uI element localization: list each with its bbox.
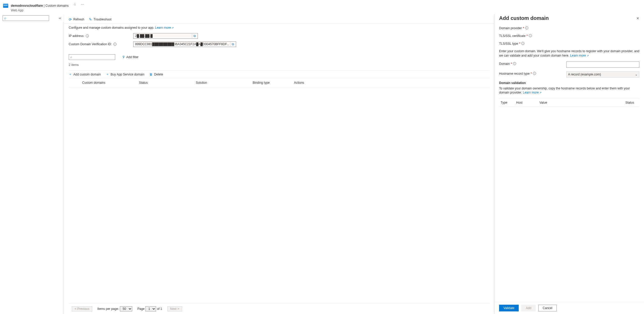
webapp-icon <box>3 4 8 8</box>
record-type-select[interactable]: A record (example.com)⌄ <box>566 71 639 78</box>
page-header: demodnsvscloudflare | Custom domains Web… <box>0 0 644 14</box>
sidebar-nav <box>0 22 64 314</box>
panel-title: Add custom domain <box>499 15 549 21</box>
table-toolbar: ＋Add custom domain ＋Buy App Service doma… <box>69 70 490 78</box>
verification-id-label: Custom Domain Verification ID:i <box>69 42 133 46</box>
info-icon[interactable]: i <box>533 72 536 75</box>
rec-col-type: Type <box>499 99 515 107</box>
domain-provider-label: Domain provider * i <box>499 26 566 30</box>
info-icon[interactable]: i <box>86 34 89 37</box>
items-per-page-select[interactable]: 50 <box>120 306 132 311</box>
plus-icon: ＋ <box>69 72 72 76</box>
record-type-label: Hostname record type * i <box>499 71 566 78</box>
pager: < Previous Items per page: 50 Page 1 of … <box>69 303 490 314</box>
resource-name: demodnsvscloudflare <box>11 4 43 7</box>
domain-label: Domain * i <box>499 62 566 68</box>
validation-heading: Domain validation <box>499 81 639 85</box>
resource-type: Web App <box>11 9 69 12</box>
learn-more-link[interactable]: Learn more <box>523 91 541 94</box>
col-solution[interactable]: Solution <box>193 78 250 87</box>
cancel-button[interactable]: Cancel <box>538 305 557 311</box>
add-custom-domain-button[interactable]: ＋Add custom domain <box>69 72 101 76</box>
rec-col-value: Value <box>538 99 624 107</box>
page-section: | Custom domains <box>43 4 69 7</box>
ip-address-label: IP address:i <box>69 34 133 38</box>
info-icon[interactable]: i <box>513 62 516 65</box>
learn-more-link[interactable]: Learn more <box>570 54 589 57</box>
page-description: Configure and manage custom domains assi… <box>69 24 490 33</box>
command-bar: ⟳Refresh ✎Troubleshoot <box>64 14 494 24</box>
custom-domains-table: Custom domains Status Solution Binding t… <box>69 78 490 87</box>
verification-id-field: 899DCC881██████████36A345C21F2A█A█D00457… <box>133 41 236 47</box>
page-title: demodnsvscloudflare | Custom domains <box>11 3 69 8</box>
trash-icon: 🗑 <box>150 73 153 76</box>
col-checkbox <box>69 78 79 87</box>
refresh-icon: ⟳ <box>69 17 72 21</box>
rec-col-status: Status <box>624 99 639 107</box>
domain-input[interactable] <box>566 62 639 68</box>
chevron-down-icon: ⌄ <box>635 73 638 76</box>
troubleshoot-button[interactable]: ✎Troubleshoot <box>89 17 112 21</box>
info-icon[interactable]: i <box>529 34 532 37</box>
validate-button[interactable]: Validate <box>499 305 519 311</box>
col-binding[interactable]: Binding type <box>250 78 291 87</box>
validation-records-table: Type Host Value Status <box>499 98 639 107</box>
item-count: 2 items <box>69 63 490 67</box>
buy-domain-button[interactable]: ＋Buy App Service domain <box>106 72 144 76</box>
sidebar: ≪ <box>0 14 64 314</box>
ip-address-field: 2█.██.██.█ ⧉ <box>133 33 198 39</box>
favorite-icon[interactable]: ☆ <box>73 3 76 6</box>
troubleshoot-icon: ✎ <box>89 17 92 21</box>
learn-more-link[interactable]: Learn more <box>155 26 174 29</box>
sidebar-search-input[interactable] <box>3 15 49 21</box>
tls-type-label: TLS/SSL type * i <box>499 41 566 45</box>
info-icon[interactable]: i <box>525 26 528 29</box>
tls-cert-label: TLS/SSL certificate * i <box>499 34 566 38</box>
collapse-sidebar-icon[interactable]: ≪ <box>59 17 61 20</box>
plus-icon: ＋ <box>106 72 109 76</box>
close-icon[interactable]: ✕ <box>636 16 639 20</box>
filter-icon: ⊽ <box>122 55 125 59</box>
next-page-button[interactable]: Next > <box>167 306 182 311</box>
panel-footer: Validate Add Cancel <box>494 302 644 314</box>
page-select[interactable]: 1 <box>145 306 156 311</box>
filter-keywords-input[interactable] <box>69 54 115 60</box>
refresh-button[interactable]: ⟳Refresh <box>69 17 84 21</box>
info-icon[interactable]: i <box>521 42 524 45</box>
main-content: ⟳Refresh ✎Troubleshoot Configure and man… <box>64 14 494 314</box>
col-status[interactable]: Status <box>136 78 193 87</box>
add-filter-button[interactable]: ⊽Add filter <box>120 54 141 60</box>
more-icon[interactable]: ⋯ <box>81 3 84 6</box>
add-button: Add <box>521 305 536 311</box>
rec-col-host: Host <box>515 99 538 107</box>
info-icon[interactable]: i <box>113 43 117 46</box>
col-domain[interactable]: Custom domains <box>79 78 136 87</box>
panel-intro: Enter your custom domain. We'll give you… <box>499 49 639 58</box>
prev-page-button[interactable]: < Previous <box>72 306 92 311</box>
add-domain-panel: Add custom domain ✕ Domain provider * i … <box>494 14 644 314</box>
validation-desc: To validate your domain ownership, copy … <box>499 86 639 95</box>
delete-button[interactable]: 🗑Delete <box>150 72 163 76</box>
copy-icon[interactable]: ⧉ <box>230 42 235 46</box>
col-actions: Actions <box>291 78 490 87</box>
copy-icon[interactable]: ⧉ <box>192 34 197 38</box>
